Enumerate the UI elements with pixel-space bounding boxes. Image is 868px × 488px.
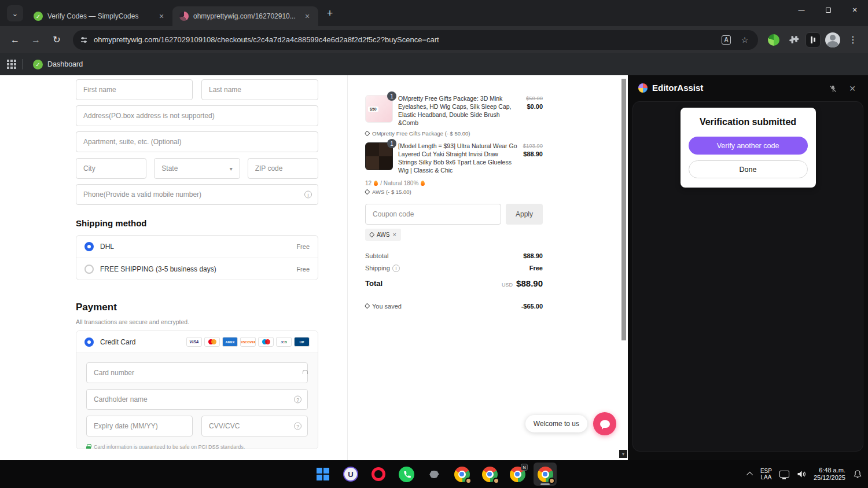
card-fields: ? ? Card information is guaranteed to be…	[76, 353, 318, 449]
extensions-puzzle-icon[interactable]	[785, 31, 802, 49]
site-info-icon[interactable]	[80, 36, 88, 44]
tray-expand-icon[interactable]	[746, 472, 753, 478]
zip-input[interactable]	[248, 158, 318, 179]
shipping-address-form: State ▾ i Shipping method DHL Free	[76, 79, 318, 449]
verify-another-code-button[interactable]: Verify another code	[689, 137, 808, 155]
opera-button[interactable]	[367, 463, 390, 486]
shipping-label: Shipping	[365, 265, 390, 271]
browser-menu-button[interactable]: ⋮	[844, 31, 862, 49]
side-panel-extension-icon[interactable]	[804, 31, 822, 49]
cat-app-button[interactable]	[422, 463, 446, 486]
total-value: $88.90	[516, 278, 543, 288]
simplycodes-extension-icon[interactable]	[765, 31, 782, 49]
time-text: 6:48 a.m.	[819, 467, 845, 474]
chat-bubble-icon	[600, 420, 610, 428]
chrome-profile2-button[interactable]	[478, 463, 501, 486]
cardholder-name-input[interactable]	[86, 389, 308, 410]
shipping-options: DHL Free FREE SHIPPING (3-5 business day…	[76, 235, 318, 280]
visa-icon: VISA	[186, 337, 202, 347]
start-button[interactable]	[311, 463, 334, 486]
payment-subtitle: All transactions are secure and encrypte…	[76, 318, 318, 325]
pci-note: Card information is guaranteed to be saf…	[86, 444, 308, 449]
u-app-button[interactable]: U	[339, 463, 362, 486]
reload-button[interactable]: ↻	[47, 31, 66, 49]
translate-icon[interactable]: A	[720, 34, 733, 46]
close-window-button[interactable]: ✕	[841, 0, 868, 20]
close-tab-icon[interactable]: ×	[156, 11, 167, 21]
coupon-input[interactable]	[365, 204, 501, 225]
chat-welcome-bubble[interactable]: Welcome to us	[525, 415, 587, 432]
phone-input[interactable]	[76, 184, 318, 205]
volume-icon[interactable]	[797, 470, 806, 478]
page-scrollbar-thumb[interactable]	[621, 79, 626, 340]
discount-tag-row: AWS (- $ 15.00)	[365, 189, 543, 195]
credit-card-option[interactable]: Credit Card VISA AMEX DISCOVER JCB UP	[76, 331, 318, 353]
chrome-profile1-button[interactable]	[450, 463, 473, 486]
clock[interactable]: 6:48 a.m. 25/12/2025	[814, 467, 845, 482]
display-icon[interactable]	[779, 471, 789, 478]
u-app-icon: U	[343, 467, 358, 482]
scroll-down-button[interactable]: ▾	[619, 450, 627, 458]
language-indicator[interactable]: ESP LAA	[760, 468, 772, 480]
subtotal-value: $88.90	[523, 252, 543, 259]
date-text: 25/12/2025	[814, 474, 845, 481]
new-tab-button[interactable]: +	[322, 5, 338, 21]
pin-off-icon[interactable]	[827, 83, 838, 94]
discount-tag-text: OMpretty Free Gifts Package (- $ 50.00)	[372, 130, 470, 137]
payment-heading: Payment	[76, 302, 318, 313]
forward-button[interactable]: →	[27, 31, 45, 49]
radio-selected-icon[interactable]	[84, 337, 94, 347]
state-select[interactable]: State ▾	[154, 158, 240, 179]
tab-search-button[interactable]: ⌄	[7, 5, 23, 21]
cardholder-help-icon[interactable]: ?	[294, 396, 301, 403]
url-text[interactable]: ohmyprettywig.com/1627029109108/checkout…	[94, 35, 714, 44]
applied-coupon-chip[interactable]: AWS ×	[365, 229, 401, 241]
remove-coupon-icon[interactable]: ×	[392, 231, 396, 238]
radio-selected-icon[interactable]	[84, 242, 94, 251]
done-button[interactable]: Done	[689, 160, 808, 178]
system-tray: ESP LAA 6:48 a.m. 25/12/2025	[748, 460, 862, 488]
expiry-input[interactable]	[86, 416, 193, 436]
phone-info-icon[interactable]: i	[304, 191, 312, 199]
dark-extension-icon	[806, 32, 821, 47]
apply-coupon-button[interactable]: Apply	[506, 204, 543, 225]
current-price: $0.00	[526, 103, 543, 110]
shipping-option-dhl[interactable]: DHL Free	[76, 236, 318, 258]
chrome-profile3-button[interactable]: N	[506, 463, 529, 486]
bookmark-dashboard[interactable]: ✓ Dashboard	[28, 57, 87, 72]
tab-ohmyprettywig[interactable]: ohmyprettywig.com/162702910... ×	[172, 6, 318, 26]
whatsapp-button[interactable]	[395, 463, 418, 486]
subtotal-row: Subtotal $88.90	[365, 252, 543, 259]
back-button[interactable]: ←	[6, 31, 24, 49]
address-bar[interactable]: ohmyprettywig.com/1627029109108/checkout…	[73, 30, 758, 50]
chat-button[interactable]	[593, 412, 616, 435]
chrome-active-button[interactable]	[534, 463, 557, 486]
dashboard-icon: ✓	[33, 60, 43, 69]
product-title: [Model Length = $93] Ultra Natural Wear …	[398, 142, 518, 174]
close-assist-icon[interactable]: ✕	[847, 83, 858, 94]
minimize-button[interactable]: —	[788, 0, 815, 20]
notification-bell-icon[interactable]	[853, 469, 862, 479]
shipping-option-free[interactable]: FREE SHIPPING (3-5 business days) Free	[76, 258, 318, 280]
cvv-help-icon[interactable]: ?	[294, 423, 301, 430]
order-summary: $50 1 OMpretty Free Gifts Package: 3D Mi…	[347, 75, 620, 460]
editor-assist-icon	[638, 83, 648, 93]
maximize-button[interactable]	[815, 0, 841, 20]
first-name-input[interactable]	[76, 79, 193, 100]
tab-simplycodes[interactable]: ✓ Verify Codes — SimplyCodes ×	[27, 6, 172, 26]
bookmark-star-icon[interactable]: ☆	[738, 34, 751, 46]
chevron-down-icon: ▾	[230, 166, 233, 172]
cvv-input[interactable]	[201, 416, 308, 436]
apps-grid-icon[interactable]	[7, 60, 16, 69]
address-input[interactable]	[76, 105, 318, 126]
close-tab-icon[interactable]: ×	[302, 11, 312, 21]
profile-button[interactable]	[824, 31, 841, 49]
shipping-info-icon[interactable]: i	[392, 265, 400, 272]
jcb-icon: JCB	[276, 337, 292, 347]
radio-unselected-icon[interactable]	[84, 265, 94, 274]
card-number-input[interactable]	[86, 362, 308, 383]
city-input[interactable]	[76, 158, 146, 179]
last-name-input[interactable]	[201, 79, 318, 100]
tag-icon	[369, 232, 375, 237]
apartment-input[interactable]	[76, 131, 318, 152]
